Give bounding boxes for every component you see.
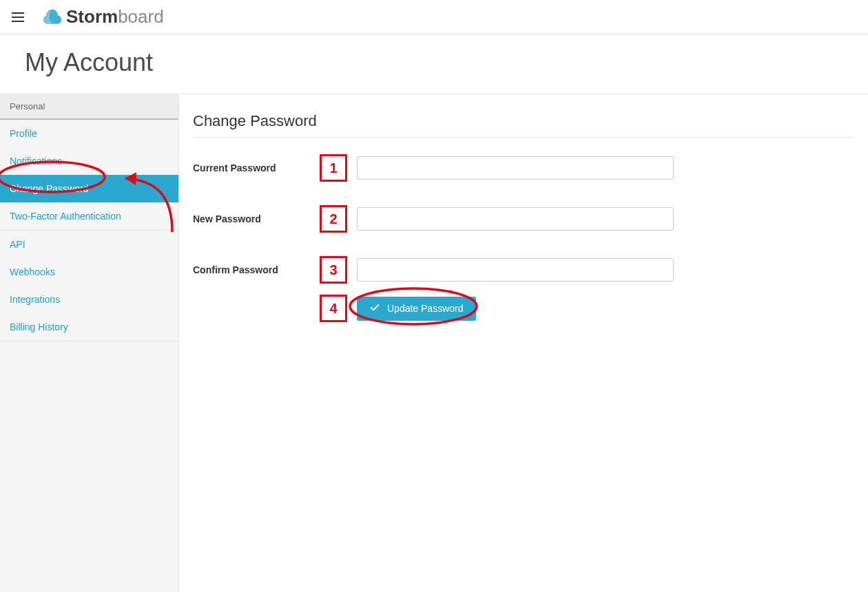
sidebar-item-profile[interactable]: Profile — [0, 120, 178, 147]
logo-text-storm: Storm — [66, 6, 118, 28]
logo-mark-icon — [43, 8, 62, 27]
form-row-submit: 4 Update Password — [193, 295, 854, 322]
sidebar-item-api[interactable]: API — [0, 231, 178, 258]
sidebar-item-label: Two-Factor Authentication — [10, 211, 121, 222]
sidebar-divider — [0, 341, 178, 341]
sidebar-item-change-password[interactable]: Change Password — [0, 175, 178, 202]
page-title: My Account — [25, 48, 843, 77]
sidebar-item-label: Change Password — [10, 183, 88, 194]
sidebar-item-billing-history[interactable]: Billing History — [0, 313, 178, 341]
content-heading: Change Password — [193, 108, 854, 138]
new-password-input[interactable] — [357, 207, 674, 231]
check-icon — [369, 302, 380, 315]
layout: Personal Profile Notifications Change Pa… — [0, 94, 868, 592]
current-password-input[interactable] — [357, 156, 674, 180]
sidebar-item-two-factor[interactable]: Two-Factor Authentication — [0, 202, 178, 230]
page-title-bar: My Account — [0, 34, 868, 94]
annotation-step-2: 2 — [320, 205, 347, 233]
form-row-current-password: Current Password 1 — [193, 154, 854, 182]
update-password-button[interactable]: Update Password — [357, 297, 476, 321]
content-area: Change Password Current Password 1 New P… — [179, 94, 868, 592]
sidebar: Personal Profile Notifications Change Pa… — [0, 94, 179, 592]
annotation-step-4: 4 — [320, 295, 347, 322]
label-new-password: New Password — [193, 213, 320, 224]
logo-text-board: board — [118, 6, 164, 28]
sidebar-item-label: API — [10, 239, 25, 250]
sidebar-section-personal: Personal — [0, 94, 178, 120]
sidebar-item-label: Billing History — [10, 321, 68, 332]
sidebar-item-label: Profile — [10, 128, 37, 139]
label-current-password: Current Password — [193, 162, 320, 173]
button-label: Update Password — [387, 303, 464, 314]
sidebar-item-label: Notifications — [10, 156, 62, 167]
sidebar-item-label: Webhooks — [10, 266, 55, 277]
label-confirm-password: Confirm Password — [193, 264, 320, 275]
form-row-new-password: New Password 2 — [193, 205, 854, 233]
sidebar-item-notifications[interactable]: Notifications — [0, 147, 178, 175]
annotation-step-3: 3 — [320, 256, 347, 284]
sidebar-item-integrations[interactable]: Integrations — [0, 286, 178, 313]
confirm-password-input[interactable] — [357, 258, 674, 282]
top-bar: Stormboard — [0, 0, 868, 34]
app-logo[interactable]: Stormboard — [43, 6, 164, 28]
form-row-confirm-password: Confirm Password 3 — [193, 256, 854, 284]
menu-icon[interactable] — [7, 6, 29, 28]
annotation-step-1: 1 — [320, 154, 347, 182]
sidebar-item-label: Integrations — [10, 294, 60, 305]
sidebar-item-webhooks[interactable]: Webhooks — [0, 258, 178, 286]
